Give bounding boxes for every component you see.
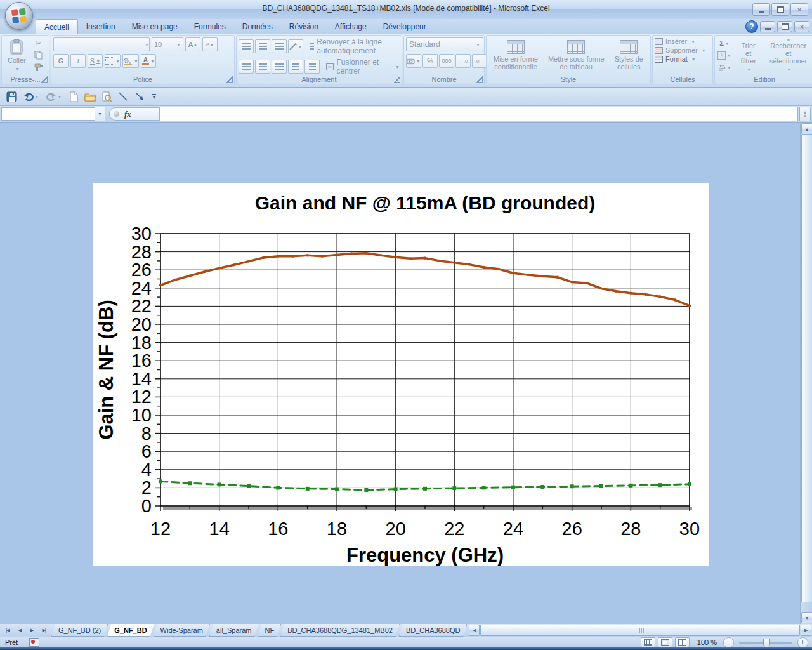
merge-center-button[interactable]: Fusionner et centrer ▼ bbox=[326, 58, 400, 76]
page-layout-view-button[interactable] bbox=[658, 637, 672, 647]
number-format-select[interactable]: Standard▼ bbox=[406, 37, 483, 51]
insert-cells-button[interactable]: Insérer▼ bbox=[655, 37, 710, 45]
delete-cells-button[interactable]: Supprimer▼ bbox=[655, 46, 710, 54]
horizontal-scrollbar[interactable]: ◀ ▶ bbox=[468, 624, 812, 637]
macro-record-icon[interactable] bbox=[29, 638, 39, 647]
sheet-tab-bd-cha3688qdg-13481-mb02[interactable]: BD_CHA3688QDG_13481_MB02 bbox=[280, 624, 400, 637]
close-workbook-icon[interactable]: × bbox=[794, 21, 809, 32]
print-preview-button[interactable] bbox=[100, 90, 113, 103]
alignment-dialog-launcher[interactable] bbox=[394, 76, 400, 83]
page-break-view-button[interactable] bbox=[675, 637, 690, 647]
copy-button[interactable] bbox=[31, 50, 46, 61]
clipboard-dialog-launcher[interactable] bbox=[41, 76, 48, 83]
zoom-level-label[interactable]: 100 % bbox=[697, 639, 717, 646]
format-as-table-button[interactable]: Mettre sous forme de tableau bbox=[544, 37, 608, 74]
vertical-scroll-thumb[interactable] bbox=[801, 134, 812, 602]
scroll-up-icon[interactable]: ▲ bbox=[801, 123, 812, 135]
undo-button[interactable]: ▼ bbox=[22, 90, 41, 103]
increase-indent-button[interactable] bbox=[304, 60, 320, 74]
accounting-format-button[interactable]: ▼ bbox=[406, 54, 421, 68]
restore-workbook-icon[interactable] bbox=[777, 21, 792, 32]
ribbon-tab-accueil[interactable]: Accueil bbox=[36, 19, 78, 34]
align-middle-button[interactable] bbox=[255, 39, 270, 53]
horizontal-scroll-thumb[interactable] bbox=[480, 625, 800, 636]
restore-window-icon[interactable] bbox=[771, 3, 789, 16]
draw-line-button[interactable] bbox=[117, 90, 129, 103]
align-right-button[interactable] bbox=[272, 60, 287, 74]
paste-button[interactable]: Coller ▼ bbox=[4, 37, 30, 74]
office-button[interactable] bbox=[5, 2, 33, 30]
sheet-tab-g-nf-bd-2-[interactable]: G_NF_BD (2) bbox=[51, 624, 108, 637]
minimize-window-icon[interactable] bbox=[752, 3, 770, 16]
name-box[interactable] bbox=[1, 107, 95, 121]
shrink-font-button[interactable]: A▼ bbox=[202, 37, 218, 51]
insert-function-button[interactable]: fx bbox=[109, 107, 160, 121]
sort-filter-button[interactable]: AZ Trier et filtrer ▼ bbox=[735, 37, 762, 74]
new-document-button[interactable] bbox=[67, 90, 80, 103]
cell-styles-button[interactable]: Styles de cellules bbox=[611, 37, 647, 74]
save-button[interactable] bbox=[5, 90, 18, 103]
scroll-down-icon[interactable]: ▼ bbox=[801, 612, 812, 623]
last-sheet-icon[interactable]: ▶| bbox=[38, 625, 49, 636]
italic-button[interactable]: I bbox=[70, 54, 86, 68]
cut-button[interactable]: ✂ bbox=[31, 37, 46, 49]
minimize-workbook-icon[interactable] bbox=[760, 21, 775, 32]
wrap-text-button[interactable]: Renvoyer à la ligne automatiquement bbox=[310, 37, 400, 55]
align-center-button[interactable] bbox=[255, 60, 270, 74]
sheet-tab-wide-sparam[interactable]: Wide-Sparam bbox=[154, 624, 210, 637]
orientation-button[interactable]: ▼ bbox=[288, 39, 303, 53]
normal-view-button[interactable] bbox=[641, 637, 655, 647]
name-box-dropdown[interactable]: ▼ bbox=[95, 107, 105, 121]
toolbar-options-button[interactable]: ▼ bbox=[150, 90, 159, 103]
ribbon-tab-révision[interactable]: Révision bbox=[281, 19, 327, 34]
align-left-button[interactable] bbox=[239, 60, 254, 74]
scroll-left-icon[interactable]: ◀ bbox=[469, 625, 480, 636]
decrease-decimal-button[interactable]: .0→ bbox=[472, 54, 487, 68]
formula-input[interactable] bbox=[160, 107, 798, 121]
ribbon-tab-formules[interactable]: Formules bbox=[186, 19, 234, 34]
ribbon-tab-affichage[interactable]: Affichage bbox=[327, 19, 375, 34]
close-window-icon[interactable]: × bbox=[790, 3, 808, 16]
comma-style-button[interactable]: 000 bbox=[439, 54, 454, 68]
sheet-tab-nf[interactable]: NF bbox=[258, 624, 281, 637]
percent-style-button[interactable]: % bbox=[422, 54, 438, 68]
zoom-out-icon[interactable]: − bbox=[723, 637, 734, 648]
find-select-button[interactable]: Rechercher et sélectionner ▼ bbox=[764, 37, 812, 74]
previous-sheet-icon[interactable]: ◀ bbox=[14, 625, 25, 636]
chart-sheet[interactable]: 0246810121416182022242628301214161820222… bbox=[93, 183, 709, 566]
number-dialog-launcher[interactable] bbox=[476, 76, 483, 83]
autosum-button[interactable]: Σ▼ bbox=[717, 37, 732, 49]
sheet-tab-all-sparam[interactable]: all_Sparam bbox=[209, 624, 259, 637]
fill-color-button[interactable]: ▼ bbox=[122, 54, 139, 68]
bold-button[interactable]: G bbox=[53, 54, 69, 68]
font-color-button[interactable]: A ▼ bbox=[141, 54, 156, 68]
zoom-in-icon[interactable]: + bbox=[797, 637, 808, 648]
first-sheet-icon[interactable]: |◀ bbox=[2, 625, 13, 636]
vertical-scrollbar[interactable]: ▲ ▼ bbox=[800, 123, 812, 624]
font-dialog-launcher[interactable] bbox=[226, 76, 233, 83]
format-painter-button[interactable] bbox=[31, 62, 46, 74]
sheet-tab-g-nf-bd[interactable]: G_NF_BD bbox=[107, 624, 154, 637]
underline-button[interactable]: S▼ bbox=[88, 54, 103, 68]
expand-formula-bar-button[interactable]: ∨∨ bbox=[799, 107, 811, 121]
fill-button[interactable]: ↓▼ bbox=[717, 50, 732, 61]
align-bottom-button[interactable] bbox=[272, 39, 287, 53]
ribbon-tab-développeur[interactable]: Développeur bbox=[375, 19, 435, 34]
grow-font-button[interactable]: A▲ bbox=[185, 37, 200, 51]
zoom-slider[interactable] bbox=[739, 642, 792, 644]
font-size-select[interactable]: 10▼ bbox=[152, 37, 183, 51]
scroll-right-icon[interactable]: ▶ bbox=[801, 625, 811, 636]
next-sheet-icon[interactable]: ▶ bbox=[26, 625, 37, 636]
decrease-indent-button[interactable] bbox=[288, 60, 303, 74]
increase-decimal-button[interactable]: ←.0 bbox=[455, 54, 471, 68]
align-top-button[interactable] bbox=[239, 39, 254, 53]
font-name-select[interactable]: ▼ bbox=[53, 37, 150, 51]
format-cells-button[interactable]: Format▼ bbox=[655, 55, 710, 63]
open-button[interactable] bbox=[84, 90, 96, 103]
clear-button[interactable]: ▼ bbox=[717, 62, 732, 74]
sheet-tab-bd-cha3688qd[interactable]: BD_CHA3688QD bbox=[399, 624, 468, 637]
draw-arrow-button[interactable] bbox=[133, 90, 146, 103]
ribbon-tab-mise-en-page[interactable]: Mise en page bbox=[124, 19, 186, 34]
conditional-formatting-button[interactable]: Mise en forme conditionnelle bbox=[490, 37, 542, 74]
ribbon-tab-données[interactable]: Données bbox=[234, 19, 281, 34]
